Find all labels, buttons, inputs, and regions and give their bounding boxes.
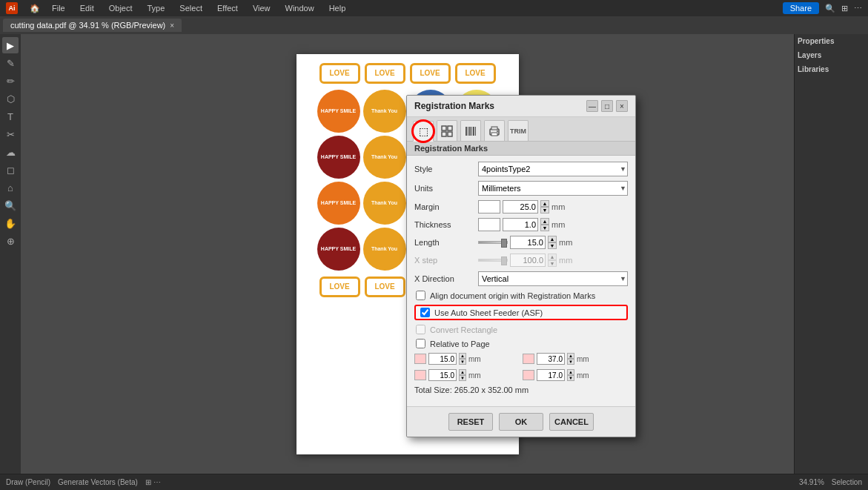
dialog-maximize-button[interactable]: □ xyxy=(601,100,613,112)
sticker-thank-you-1: Thank You xyxy=(363,90,406,133)
svg-rect-1 xyxy=(448,126,452,130)
libraries-section: Libraries xyxy=(798,65,865,73)
tab-close-button[interactable]: × xyxy=(170,21,174,30)
pos-down-2a[interactable]: ▼ xyxy=(459,375,466,381)
panels-icon[interactable]: ⊞ xyxy=(841,4,848,13)
tab-printer[interactable] xyxy=(484,120,505,141)
sticker-thank-you-4: Thank You xyxy=(363,228,406,271)
svg-rect-11 xyxy=(491,127,497,130)
tool-hand[interactable]: ✋ xyxy=(2,215,19,231)
asf-checkbox-label: Use Auto Sheet Feeder (ASF) xyxy=(434,308,543,317)
pos-up-2a[interactable]: ▲ xyxy=(459,369,466,375)
svg-rect-7 xyxy=(471,127,472,136)
length-increment-button[interactable]: ▲ xyxy=(548,236,557,242)
cancel-button[interactable]: CANCEL xyxy=(549,413,594,431)
selection-label: Selection xyxy=(832,478,862,486)
style-label: Style xyxy=(414,165,474,173)
thickness-row: Thickness ▲ ▼ mm xyxy=(414,218,628,231)
tool-blob[interactable]: ☁ xyxy=(2,144,19,160)
tool-zoom[interactable]: 🔍 xyxy=(2,197,19,213)
tool-pencil[interactable]: ✏ xyxy=(2,73,19,89)
xdirection-select[interactable]: Vertical Horizontal xyxy=(478,271,628,286)
love-sticker-6: LOVE xyxy=(365,277,405,297)
pos-unit-1b: mm xyxy=(577,355,589,363)
dialog-controls: — □ × xyxy=(586,100,628,112)
pos-up-1b[interactable]: ▲ xyxy=(567,353,574,359)
pos-up-2b[interactable]: ▲ xyxy=(567,369,574,375)
margin-unit: mm xyxy=(551,202,565,211)
position-input-1a[interactable] xyxy=(428,353,457,365)
length-value-input[interactable] xyxy=(510,236,546,249)
style-select[interactable]: 4pointsType2 4pointsType1 3points xyxy=(478,162,628,176)
tab-registration-marks[interactable]: ⬚ xyxy=(413,121,434,142)
menu-edit[interactable]: Edit xyxy=(77,2,97,14)
position-swatch-1a xyxy=(414,354,426,364)
more-icon[interactable]: ⋯ xyxy=(854,4,862,13)
margin-increment-button[interactable]: ▲ xyxy=(540,200,549,207)
thickness-decrement-button[interactable]: ▼ xyxy=(540,225,549,231)
units-select[interactable]: Millimeters Inches Points xyxy=(478,181,628,196)
reset-button[interactable]: RESET xyxy=(448,413,493,431)
love-sticker-5: LOVE xyxy=(319,277,360,297)
tool-select[interactable]: ▶ xyxy=(2,37,19,53)
crop-marks-icon xyxy=(441,125,453,137)
menu-select[interactable]: Select xyxy=(176,2,205,14)
libraries-title: Libraries xyxy=(798,65,865,73)
menu-type[interactable]: Type xyxy=(145,2,168,14)
position-cell-2a: ▲ ▼ mm xyxy=(414,369,520,381)
thickness-value-input[interactable] xyxy=(503,218,538,231)
menu-help[interactable]: Help xyxy=(326,2,349,14)
pos-up-1a[interactable]: ▲ xyxy=(459,353,466,359)
thickness-increment-button[interactable]: ▲ xyxy=(540,218,549,225)
position-cell-1a: ▲ ▼ mm xyxy=(414,353,520,365)
menu-object[interactable]: Object xyxy=(106,2,136,14)
menu-effect[interactable]: Effect xyxy=(214,2,241,14)
tab-trim[interactable]: TRIM xyxy=(508,120,529,141)
tool-type[interactable]: T xyxy=(2,108,19,125)
sticker-thank-you-3: Thank You xyxy=(363,182,406,225)
convert-checkbox-label: Convert Rectangle xyxy=(430,325,497,334)
search-icon[interactable]: 🔍 xyxy=(825,4,835,13)
menu-home[interactable]: 🏠 xyxy=(30,4,40,13)
length-slider-track[interactable] xyxy=(478,241,508,244)
units-input-group: Millimeters Inches Points ▼ xyxy=(478,181,628,196)
tool-fill[interactable]: ⊕ xyxy=(2,233,19,249)
align-checkbox[interactable] xyxy=(416,291,425,300)
pos-down-1b[interactable]: ▼ xyxy=(567,359,574,365)
asf-checkbox[interactable] xyxy=(420,308,430,317)
share-button[interactable]: Share xyxy=(783,2,819,14)
xdirection-label: X Direction xyxy=(414,274,474,283)
relative-checkbox[interactable] xyxy=(416,339,425,348)
menu-view[interactable]: View xyxy=(250,2,274,14)
thickness-input-group: ▲ ▼ mm xyxy=(478,218,628,231)
margin-decrement-button[interactable]: ▼ xyxy=(540,207,549,213)
position-input-2b[interactable] xyxy=(537,369,565,381)
app-icon: Ai xyxy=(6,2,18,14)
dialog-close-button[interactable]: × xyxy=(616,100,628,112)
length-slider-thumb[interactable] xyxy=(501,239,507,248)
sticker-happy-smile-1: HAPPY SMILE xyxy=(317,90,360,133)
pos-down-2b[interactable]: ▼ xyxy=(567,375,574,381)
menu-bar: Ai 🏠 File Edit Object Type Select Effect… xyxy=(0,0,868,16)
tool-scissors[interactable]: ✂ xyxy=(2,126,19,142)
xstep-slider-track xyxy=(478,259,508,262)
dialog-minimize-button[interactable]: — xyxy=(586,100,598,112)
menu-file[interactable]: File xyxy=(49,2,68,14)
tool-artboard[interactable]: ⌂ xyxy=(2,179,19,196)
tab-crop-marks[interactable] xyxy=(437,120,457,141)
position-input-1b[interactable] xyxy=(537,353,565,365)
ok-button[interactable]: OK xyxy=(499,413,543,431)
length-decrement-button[interactable]: ▼ xyxy=(548,242,557,249)
active-tab[interactable]: cutting data.pdf @ 34.91 % (RGB/Preview)… xyxy=(3,19,182,32)
menu-window[interactable]: Window xyxy=(282,2,317,14)
barcode-icon xyxy=(465,125,477,137)
tool-shape[interactable]: ⬡ xyxy=(2,90,19,107)
tool-rect[interactable]: ◻ xyxy=(2,162,19,178)
pos-down-1a[interactable]: ▼ xyxy=(459,359,466,365)
xstep-value-input xyxy=(510,254,546,267)
tab-barcode[interactable] xyxy=(460,120,481,141)
svg-point-13 xyxy=(497,130,498,132)
position-input-2a[interactable] xyxy=(428,369,457,381)
tool-draw[interactable]: ✎ xyxy=(2,55,19,71)
margin-value-input[interactable] xyxy=(503,200,538,213)
